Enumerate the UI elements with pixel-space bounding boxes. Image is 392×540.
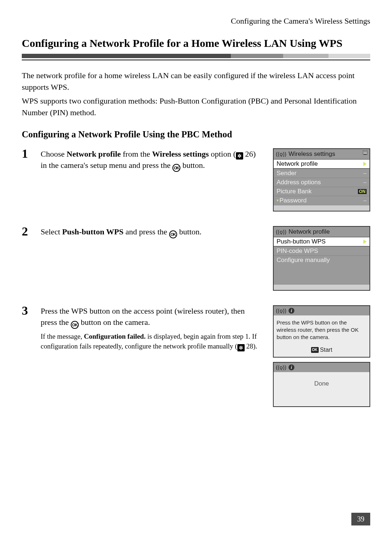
screen-header: ((ϙ)) i bbox=[274, 363, 369, 372]
step-text: Select Push-button WPS and press the OK … bbox=[41, 226, 266, 238]
wifi-icon: ((ϙ)) bbox=[276, 151, 286, 157]
info-icon: i bbox=[289, 308, 294, 314]
screen-footer bbox=[274, 205, 369, 211]
screen-title: Network profile bbox=[289, 228, 330, 235]
wifi-icon: ((ϙ)) bbox=[276, 229, 286, 235]
menu-item-sender: Sender-- bbox=[274, 169, 369, 178]
step-text: Press the WPS button on the access point… bbox=[41, 305, 266, 351]
ok-badge-icon: OK bbox=[311, 347, 319, 353]
reference-icon: ✲ bbox=[236, 152, 243, 160]
page-title: Configuring a Network Profile for a Home… bbox=[22, 36, 370, 50]
wifi-icon: ((ϙ)) bbox=[276, 364, 286, 371]
screen-header: ((ϙ)) Wireless settings bbox=[274, 149, 369, 159]
screen-message: Press the WPS button on the wireless rou… bbox=[274, 315, 369, 357]
reference-icon: ✲ bbox=[237, 344, 245, 351]
menu-item-network-profile: Network profile bbox=[274, 159, 369, 169]
step-number: 2 bbox=[22, 225, 33, 238]
step-text: Choose Network profile from the Wireless… bbox=[41, 148, 266, 172]
divider-thick bbox=[22, 54, 370, 58]
start-line: OKStart bbox=[277, 346, 367, 354]
step-subtext: If the message, Configuration failed. is… bbox=[41, 332, 262, 351]
menu-item-address-options: Address options-- bbox=[274, 178, 369, 187]
camera-screen-network-profile: ((ϙ)) Network profile Push-button WPS PI… bbox=[273, 226, 370, 291]
done-label: Done bbox=[274, 372, 369, 406]
screen-footer bbox=[274, 284, 369, 290]
screen-header: ((ϙ)) i bbox=[274, 306, 369, 315]
step-2: 2 Select Push-button WPS and press the O… bbox=[22, 226, 370, 291]
chevron-right-icon bbox=[363, 239, 367, 244]
intro-paragraph-1: The network profile for a home wireless … bbox=[22, 70, 370, 93]
page-number: 39 bbox=[351, 513, 370, 525]
menu-item-configure-manually: Configure manually bbox=[274, 255, 369, 265]
camera-screen-wps-prompt: ((ϙ)) i Press the WPS button on the wire… bbox=[273, 305, 370, 358]
menu-item-picture-bank: Picture BankON bbox=[274, 187, 369, 196]
screen-header: ((ϙ)) Network profile bbox=[274, 227, 369, 237]
info-icon: i bbox=[289, 364, 294, 370]
divider-thin bbox=[22, 60, 370, 60]
camera-screen-done: ((ϙ)) i Done bbox=[273, 362, 370, 407]
step-1: 1 Choose Network profile from the Wirele… bbox=[22, 148, 370, 211]
menu-item-pin-code-wps: PIN-code WPS bbox=[274, 246, 369, 255]
ok-button-icon: OK bbox=[172, 164, 180, 172]
subheading: Configuring a Network Profile Using the … bbox=[22, 129, 370, 140]
menu-item-password: ▾Password-- bbox=[274, 196, 369, 205]
more-indicator-icon: ▾ bbox=[277, 198, 279, 203]
step-number: 3 bbox=[22, 305, 33, 317]
menu-icon bbox=[363, 150, 367, 155]
step-3: 3 Press the WPS button on the access poi… bbox=[22, 305, 370, 407]
intro-paragraph-2: WPS supports two configuration methods: … bbox=[22, 95, 370, 118]
step-number: 1 bbox=[22, 148, 33, 160]
running-header: Configuring the Camera's Wireless Settin… bbox=[22, 16, 370, 26]
ok-button-icon: OK bbox=[71, 321, 79, 329]
chevron-right-icon bbox=[363, 162, 367, 166]
screen-title: Wireless settings bbox=[289, 150, 335, 158]
menu-item-push-button-wps: Push-button WPS bbox=[274, 237, 369, 246]
wifi-icon: ((ϙ)) bbox=[276, 307, 286, 314]
camera-screen-wireless-settings: ((ϙ)) Wireless settings Network profile … bbox=[273, 148, 370, 211]
ok-button-icon: OK bbox=[169, 230, 177, 238]
